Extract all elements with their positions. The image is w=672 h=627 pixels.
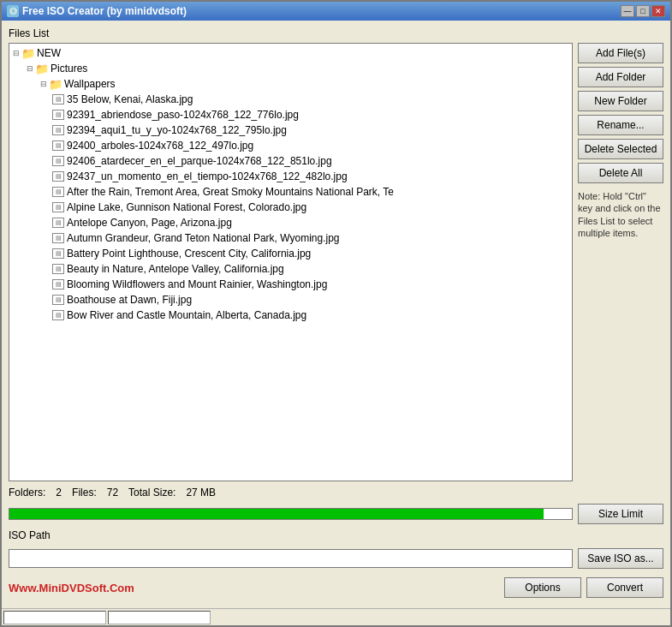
list-item[interactable]: ▤ Bow River and Castle Mountain, Alberta…	[11, 308, 570, 323]
list-item[interactable]: ▤ Alpine Lake, Gunnison National Forest,…	[11, 200, 570, 215]
rename-button[interactable]: Rename...	[578, 115, 663, 135]
minimize-button[interactable]: —	[621, 5, 634, 17]
progress-bar-fill	[9, 509, 544, 519]
file-label: Blooming Wildflowers and Mount Rainier, …	[67, 278, 327, 290]
file-label: 92437_un_momento_en_el_tiempo-1024x768_1…	[67, 170, 348, 182]
file-label: 92406_atardecer_en_el_parque-1024x768_12…	[67, 155, 332, 167]
tree-label-wallpapers: Wallpapers	[64, 78, 116, 90]
tree-item-new[interactable]: ⊟ 📁 NEW	[11, 45, 570, 61]
iso-path-input[interactable]	[9, 549, 573, 568]
progress-bar-container	[9, 508, 573, 520]
tree-item-pictures[interactable]: ⊟ 📁 Pictures	[11, 61, 570, 76]
file-icon: ▤	[52, 264, 64, 274]
tree-label-new: NEW	[37, 47, 61, 59]
convert-button[interactable]: Convert	[586, 577, 663, 598]
folders-label: Folders:	[9, 487, 45, 499]
branding-text: Www.MiniDVDSoft.Com	[9, 582, 134, 594]
list-item[interactable]: ▤ 92394_aqui1_tu_y_yo-1024x768_122_795lo…	[11, 122, 570, 138]
total-size-value: 27 MB	[186, 487, 216, 499]
expand-icon-pictures: ⊟	[25, 64, 35, 73]
title-bar: 💿 Free ISO Creator (by minidvdsoft) — □ …	[2, 2, 670, 21]
add-folder-button[interactable]: Add Folder	[578, 67, 663, 87]
file-icon: ▤	[52, 171, 64, 182]
file-icon: ▤	[52, 94, 64, 104]
file-label: After the Rain, Tremont Area, Great Smok…	[67, 186, 394, 198]
file-label: 92391_abriendose_paso-1024x768_122_776lo…	[67, 109, 299, 121]
file-icon: ▤	[52, 310, 64, 320]
files-list-label: Files List	[9, 27, 663, 39]
file-icon: ▤	[52, 187, 64, 197]
expand-icon-wallpapers: ⊟	[39, 80, 49, 88]
list-item[interactable]: ▤ After the Rain, Tremont Area, Great Sm…	[11, 184, 570, 200]
files-value: 72	[107, 487, 118, 499]
size-limit-button[interactable]: Size Limit	[578, 504, 663, 524]
status-panel-2	[108, 611, 211, 624]
file-label: Autumn Grandeur, Grand Teton National Pa…	[67, 232, 340, 244]
tree-item-wallpapers[interactable]: ⊟ 📁 Wallpapers	[11, 76, 570, 92]
folder-icon-new: 📁	[21, 47, 35, 60]
files-list-row: ⊟ 📁 NEW ⊟ 📁 Pictures	[9, 43, 663, 481]
file-label: 92400_arboles-1024x768_122_497lo.jpg	[67, 140, 253, 152]
note-text: Note: Hold "Ctrl" key and click on the F…	[578, 190, 663, 239]
file-label: Battery Point Lighthouse, Crescent City,…	[67, 248, 311, 260]
file-icon: ▤	[52, 233, 64, 243]
tree-inner: ⊟ 📁 NEW ⊟ 📁 Pictures	[9, 44, 572, 325]
list-item[interactable]: ▤ Beauty in Nature, Antelope Valley, Cal…	[11, 261, 570, 277]
folder-icon-wallpapers: 📁	[49, 78, 62, 91]
iso-path-row: Save ISO as...	[9, 548, 663, 569]
close-button[interactable]: ✕	[651, 5, 665, 17]
window-body: Files List ⊟ 📁 NEW	[2, 21, 670, 608]
file-icon: ▤	[52, 156, 64, 166]
folders-value: 2	[56, 487, 62, 499]
progress-row: Size Limit	[9, 504, 663, 524]
delete-selected-button[interactable]: Delete Selected	[578, 139, 663, 159]
list-item[interactable]: ▤ Boathouse at Dawn, Fiji.jpg	[11, 292, 570, 308]
files-list-section: Files List ⊟ 📁 NEW	[9, 27, 663, 481]
list-item[interactable]: ▤ 35 Below, Kenai, Alaska.jpg	[11, 92, 570, 107]
add-files-button[interactable]: Add File(s)	[578, 43, 663, 63]
bottom-bar: Www.MiniDVDSoft.Com Options Convert	[9, 574, 663, 601]
file-icon: ▤	[52, 248, 64, 259]
expand-icon-new: ⊟	[11, 49, 21, 57]
total-size-label: Total Size:	[128, 487, 175, 499]
iso-path-label: ISO Path	[9, 529, 663, 541]
file-label: Boathouse at Dawn, Fiji.jpg	[67, 294, 192, 306]
main-window: 💿 Free ISO Creator (by minidvdsoft) — □ …	[0, 0, 672, 627]
bottom-buttons: Options Convert	[504, 577, 663, 598]
list-item[interactable]: ▤ Antelope Canyon, Page, Arizona.jpg	[11, 215, 570, 230]
tree-label-pictures: Pictures	[51, 63, 87, 75]
list-item[interactable]: ▤ 92391_abriendose_paso-1024x768_122_776…	[11, 107, 570, 122]
status-bar	[2, 608, 670, 625]
file-label: Alpine Lake, Gunnison National Forest, C…	[67, 201, 306, 213]
window-title: Free ISO Creator (by minidvdsoft)	[22, 5, 187, 17]
list-item[interactable]: ▤ 92400_arboles-1024x768_122_497lo.jpg	[11, 138, 570, 153]
files-tree[interactable]: ⊟ 📁 NEW ⊟ 📁 Pictures	[9, 43, 573, 481]
stats-row: Folders: 2 Files: 72 Total Size: 27 MB	[9, 487, 663, 499]
file-label: 35 Below, Kenai, Alaska.jpg	[67, 93, 193, 105]
file-label: 92394_aqui1_tu_y_yo-1024x768_122_795lo.j…	[67, 124, 287, 136]
file-label: Antelope Canyon, Page, Arizona.jpg	[67, 217, 232, 229]
list-item[interactable]: ▤ 92406_atardecer_en_el_parque-1024x768_…	[11, 153, 570, 169]
iso-path-section: ISO Path Save ISO as...	[9, 529, 663, 569]
file-icon: ▤	[52, 125, 64, 135]
save-iso-as-button[interactable]: Save ISO as...	[578, 548, 663, 569]
folder-icon-pictures: 📁	[35, 63, 49, 75]
action-buttons-panel: Add File(s) Add Folder New Folder Rename…	[578, 43, 663, 481]
delete-all-button[interactable]: Delete All	[578, 163, 663, 183]
status-panel-1	[3, 611, 106, 624]
options-button[interactable]: Options	[504, 577, 581, 598]
files-label: Files:	[72, 487, 97, 499]
maximize-button[interactable]: □	[636, 5, 650, 17]
file-icon: ▤	[52, 140, 64, 151]
file-icon: ▤	[52, 110, 64, 120]
file-icon: ▤	[52, 218, 64, 228]
file-label: Bow River and Castle Mountain, Alberta, …	[67, 309, 306, 321]
new-folder-button[interactable]: New Folder	[578, 91, 663, 111]
list-item[interactable]: ▤ Blooming Wildflowers and Mount Rainier…	[11, 277, 570, 292]
file-icon: ▤	[52, 295, 64, 305]
list-item[interactable]: ▤ Autumn Grandeur, Grand Teton National …	[11, 230, 570, 246]
list-item[interactable]: ▤ Battery Point Lighthouse, Crescent Cit…	[11, 246, 570, 261]
file-icon: ▤	[52, 279, 64, 290]
app-icon: 💿	[7, 5, 19, 17]
list-item[interactable]: ▤ 92437_un_momento_en_el_tiempo-1024x768…	[11, 169, 570, 184]
